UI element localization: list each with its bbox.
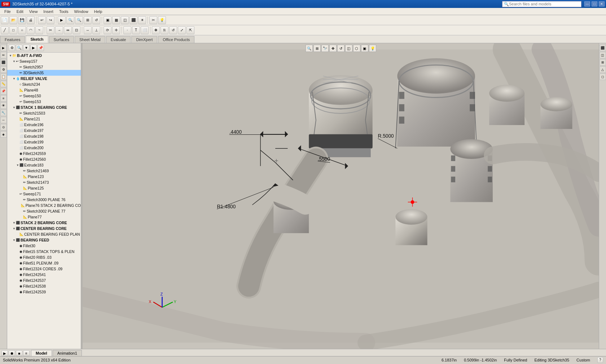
search-bar[interactable]: 🔍 <box>502 1 581 7</box>
tb-select[interactable]: ▶ <box>58 16 66 24</box>
tab-evaluate[interactable]: Evaluate <box>106 36 131 43</box>
menu-file[interactable]: File <box>1 9 14 14</box>
menu-window[interactable]: Window <box>71 9 91 14</box>
animation-record[interactable]: ⏺ <box>9 350 15 356</box>
sidebar-search[interactable]: 🔍 <box>16 45 22 51</box>
tree-item[interactable]: ▼✏Sketch2957 <box>7 64 81 70</box>
sketch-convert[interactable]: ⟳ <box>104 26 111 34</box>
command-select[interactable]: ▶ <box>0 45 7 51</box>
command-layers[interactable]: ≡ <box>0 95 7 102</box>
right-btn-5[interactable]: ◻ <box>600 74 606 80</box>
tab-surfaces[interactable]: Surfaces <box>49 36 74 43</box>
tree-item[interactable]: ▼✏Sketch3002 PLANE 77 <box>7 208 81 214</box>
animation-options[interactable]: ≡ <box>23 350 30 356</box>
search-input[interactable] <box>509 2 574 6</box>
tree-item[interactable]: ▼💧RELIEF VALVE <box>7 76 81 81</box>
tree-expand-btn[interactable]: ▼ <box>12 221 16 225</box>
tree-item[interactable]: ▼📐CENTER BEARING FEED PLAN <box>7 231 81 237</box>
tree-item[interactable]: ▼↩Sweep153 <box>7 99 81 105</box>
tree-item[interactable]: ▼⬛Extrude183 <box>7 162 81 168</box>
vp-zoom-out[interactable]: 🔭 <box>321 45 329 52</box>
tb-view4[interactable]: ⬛ <box>129 16 137 24</box>
tree-expand-btn[interactable]: ▼ <box>12 238 16 242</box>
animation-stop[interactable]: ■ <box>16 350 22 356</box>
tb-zoom-fit[interactable]: ⊞ <box>84 16 92 24</box>
tree-item[interactable]: ▼📐Plane123 <box>7 174 81 179</box>
tree-expand-btn[interactable]: ▼ <box>12 59 16 63</box>
sketch-offset[interactable]: ⊡ <box>73 26 80 34</box>
tb-section[interactable]: ✂ <box>149 16 157 24</box>
command-sketch[interactable]: ✏ <box>0 52 7 58</box>
tree-item[interactable]: ▼✏Sketch21469 <box>7 168 81 174</box>
sketch-trim[interactable]: ✂ <box>47 26 54 34</box>
tb-lighting[interactable]: 💡 <box>158 16 166 24</box>
animation-play[interactable]: ▶ <box>1 350 8 356</box>
menu-tools[interactable]: Tools <box>56 9 71 14</box>
tree-item[interactable]: ▼⬜Extrude196 <box>7 122 81 128</box>
bottom-tab-model[interactable]: Model <box>31 350 52 356</box>
right-btn-1[interactable]: ⬛ <box>600 45 606 51</box>
command-render[interactable]: ◈ <box>0 131 7 138</box>
sidebar-expand[interactable]: ▶ <box>30 45 37 51</box>
bottom-tab-animation1[interactable]: Animation1 <box>53 350 82 356</box>
tree-item[interactable]: ▼◉Fillet1242539 <box>7 289 81 295</box>
sketch-move[interactable]: ✥ <box>152 26 160 34</box>
tree-item[interactable]: ▼↩Sweep157 <box>7 58 81 64</box>
tree-item[interactable]: ▼⬜Extrude200 <box>7 145 81 151</box>
vp-display-style[interactable]: ▣ <box>361 45 368 52</box>
command-display[interactable]: 👁 <box>0 102 7 109</box>
tree-item[interactable]: ▼◉Fillet12324 CORES .09 <box>7 266 81 272</box>
sidebar-pin[interactable]: 📌 <box>38 45 44 51</box>
sketch-block[interactable]: ⬜ <box>141 26 149 34</box>
tree-expand-btn[interactable]: ▼ <box>16 163 19 167</box>
tree-item[interactable]: ▼◉Fillet1242559 <box>7 151 81 156</box>
vp-pan[interactable]: ✥ <box>329 45 337 52</box>
tree-item[interactable]: ▼📁B-AFT A-FWD <box>7 53 81 58</box>
tree-item[interactable]: ▼⬛STACK 1 BEARING CORE <box>7 105 81 110</box>
tree-item[interactable]: ▼◉Fillet51 PLENUM .09 <box>7 260 81 266</box>
vp-view-orient[interactable]: ⬡ <box>353 45 360 52</box>
maximize-button[interactable]: □ <box>592 1 597 6</box>
sketch-extend[interactable]: → <box>55 26 63 34</box>
sketch-rel[interactable]: ⊥ <box>92 26 100 34</box>
tb-view3[interactable]: ◫ <box>121 16 129 24</box>
tree-item[interactable]: ▼✏Sketch21503 <box>7 110 81 116</box>
command-hole[interactable]: ⊙ <box>0 124 7 130</box>
tree-item[interactable]: ▼◉Fillet1242538 <box>7 283 81 289</box>
tree-item[interactable]: ▼◉Fillet1242541 <box>7 272 81 278</box>
command-dim[interactable]: ↔ <box>0 117 7 123</box>
tree-item[interactable]: ▼✏Sketch21473 <box>7 179 81 185</box>
tree-item[interactable]: ▼✏3DSketch35 <box>7 70 81 76</box>
tb-save[interactable]: 💾 <box>18 16 26 24</box>
tree-item[interactable]: ▼⬜Extrude197 <box>7 128 81 133</box>
tree-item[interactable]: ▼✏Sketch3000 PLANE 76 <box>7 197 81 203</box>
right-btn-4[interactable]: △ <box>600 66 606 73</box>
right-btn-3[interactable]: ⊞ <box>600 59 606 66</box>
tb-undo[interactable]: ↩ <box>38 16 46 24</box>
tb-new[interactable]: 📄 <box>1 16 9 24</box>
tree-item[interactable]: ▼📐Plane77 <box>7 214 81 220</box>
tree-item[interactable]: ▼⬜Extrude199 <box>7 139 81 145</box>
menu-help[interactable]: Help <box>91 9 105 14</box>
tb-zoom-in[interactable]: 🔍 <box>66 16 74 24</box>
vp-section[interactable]: ◫ <box>345 45 352 52</box>
tb-rotate[interactable]: ↺ <box>92 16 100 24</box>
3d-viewport[interactable]: 🔍 ⊞ 🔭 ✥ ↺ ◫ ⬡ ▣ 💡 <box>83 43 599 349</box>
tree-expand-btn[interactable]: ▼ <box>12 106 16 109</box>
vp-zoom-fit[interactable]: ⊞ <box>313 45 321 52</box>
tree-item[interactable]: ▼📐Plane48 <box>7 87 81 93</box>
tb-view5[interactable]: ☀ <box>138 16 146 24</box>
tree-expand-btn[interactable]: ▼ <box>9 54 12 57</box>
sidebar-settings[interactable]: ⚙ <box>9 45 15 51</box>
tree-item[interactable]: ▼↩Sweep171 <box>7 191 81 197</box>
sketch-intersect[interactable]: ✛ <box>112 26 120 34</box>
close-button[interactable]: ✕ <box>599 1 605 6</box>
sketch-arc[interactable]: ◠ <box>27 26 35 34</box>
sketch-stretch[interactable]: ⇱ <box>186 26 194 34</box>
tab-sketch[interactable]: Sketch <box>26 36 48 43</box>
menu-insert[interactable]: Insert <box>40 9 56 14</box>
tree-expand-btn[interactable]: ▼ <box>12 77 16 80</box>
vp-zoom-in[interactable]: 🔍 <box>306 45 313 52</box>
tb-zoom-out[interactable]: 🔍 <box>75 16 83 24</box>
command-tools[interactable]: 🔧 <box>0 110 7 116</box>
